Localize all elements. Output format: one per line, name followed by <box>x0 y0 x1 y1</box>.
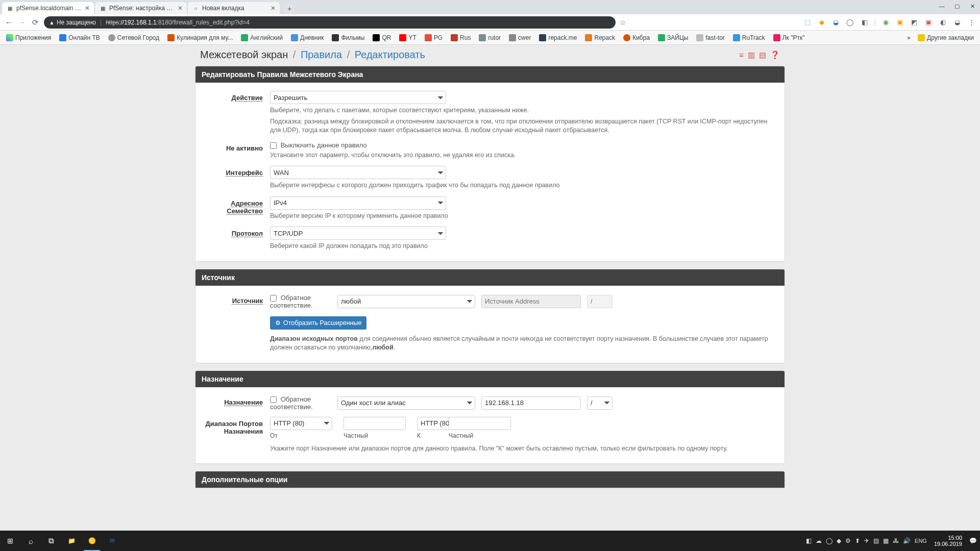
help-protocol: Веберите какой IP должен попадать под эт… <box>270 242 776 251</box>
close-button[interactable]: ✕ <box>965 0 980 12</box>
overflow-icon[interactable]: » <box>905 34 913 41</box>
tray-icon[interactable]: ▦ <box>883 537 889 544</box>
dest-address-input[interactable] <box>481 396 581 410</box>
avatar-icon[interactable]: ◒ <box>952 18 962 27</box>
menu-icon[interactable]: ⋮ <box>967 18 976 27</box>
bookmark-item[interactable]: Repack <box>582 33 618 42</box>
ext-icon[interactable]: ◯ <box>846 18 855 27</box>
bookmark-item[interactable]: RuTrack <box>730 33 768 42</box>
notifications-icon[interactable]: 💬 <box>969 537 977 544</box>
ext-icon[interactable]: ◒ <box>831 18 841 27</box>
ext-icon[interactable]: ▣ <box>924 18 933 27</box>
address-bar[interactable]: ▲ Не защищено | https://192.168.1.1:8180… <box>44 16 616 29</box>
source-invert-checkbox[interactable] <box>270 295 277 302</box>
bookmark-item[interactable]: rutor <box>476 33 504 42</box>
tray-icon[interactable]: ⚙ <box>845 537 851 544</box>
ext-icon[interactable]: ▣ <box>895 18 904 27</box>
source-invert-label[interactable]: Обратное соответствие. <box>270 294 331 309</box>
tab-2[interactable]: ▦ PfSense: настройка межсетево… ✕ <box>95 2 187 14</box>
bookmark-item[interactable]: Фильмы <box>329 33 368 42</box>
tray-icon[interactable]: ◯ <box>826 537 832 544</box>
ext-icon[interactable]: ◉ <box>881 18 890 27</box>
forward-button[interactable]: → <box>17 18 27 27</box>
bookmarks-bar: Приложения Онлайн ТВ Сетевой Город Кулин… <box>0 31 980 45</box>
ext-icon[interactable]: ◐ <box>938 18 947 27</box>
other-bookmarks[interactable]: Другие закладки <box>915 33 977 42</box>
bookmark-item[interactable]: Сетевой Город <box>105 33 162 42</box>
search-button[interactable]: ⌕ <box>20 531 41 551</box>
bookmark-item[interactable]: fast-tor <box>693 33 727 42</box>
action-select[interactable]: Разрешить <box>270 91 446 104</box>
dport-from-select[interactable]: HTTP (80) <box>270 417 332 430</box>
bookmark-item[interactable]: Онлайн ТВ <box>56 33 103 42</box>
tab-3[interactable]: ○ Новая вкладка ✕ <box>188 2 280 14</box>
bookmark-star-icon[interactable]: ☆ <box>620 18 626 27</box>
source-mask-select[interactable]: / <box>587 295 612 308</box>
language-indicator[interactable]: ENG <box>915 538 927 544</box>
new-tab-button[interactable]: + <box>284 3 295 14</box>
tray-icon[interactable]: ▤ <box>873 537 879 544</box>
dest-invert-label[interactable]: Обратное соответствие. <box>270 395 331 411</box>
taskbar-clock[interactable]: 15:00 19.06.2019 <box>931 535 965 547</box>
bookmark-item[interactable]: Кулинария для му... <box>164 33 236 42</box>
tray-icon[interactable]: ◧ <box>806 537 812 544</box>
dropbox-ext-icon[interactable]: ⬚ <box>803 18 812 27</box>
tray-icon[interactable]: ⬆ <box>855 537 860 544</box>
apps-button[interactable]: Приложения <box>3 33 54 42</box>
start-button[interactable]: ⊞ <box>0 531 20 551</box>
tray-icon[interactable]: ☁ <box>816 537 822 544</box>
ext-icon[interactable]: ◩ <box>910 18 919 27</box>
reload-button[interactable]: ⟳ <box>31 18 40 27</box>
dport-custom-to-input[interactable] <box>449 417 511 430</box>
help-action2: Подсказка: разница между блокировкой и о… <box>270 117 776 135</box>
ext-icon[interactable]: ◧ <box>860 18 869 27</box>
disabled-checkbox-label[interactable]: Выключить данное правило <box>270 141 367 149</box>
taskview-button[interactable]: ⧉ <box>41 531 61 551</box>
chrome-app[interactable]: 🟡 <box>82 531 102 551</box>
tray-icon[interactable]: ◆ <box>837 537 841 544</box>
bookmark-item[interactable]: repack.me <box>536 33 580 42</box>
ext-icon[interactable]: ◆ <box>817 18 826 27</box>
disabled-checkbox[interactable] <box>270 142 277 149</box>
dest-type-select[interactable]: Один хост или алиас <box>337 396 475 410</box>
tray-icon[interactable]: ✈ <box>864 537 869 544</box>
bookmark-item[interactable]: Лк "Ртк" <box>770 33 808 42</box>
dest-mask-select[interactable]: / <box>587 396 612 410</box>
back-button[interactable]: ← <box>4 18 13 27</box>
bookmark-item[interactable]: cwer <box>506 33 534 42</box>
close-icon[interactable]: ✕ <box>178 5 183 12</box>
dest-invert-checkbox[interactable] <box>270 396 277 403</box>
page-viewport[interactable]: Межсетевой экран / Правила / Редактирова… <box>0 45 980 531</box>
close-icon[interactable]: ✕ <box>271 5 276 12</box>
source-type-select[interactable]: любой <box>337 295 475 308</box>
bookmark-item[interactable]: Rus <box>448 33 474 42</box>
breadcrumb-link-edit[interactable]: Редактировать <box>355 49 425 60</box>
show-advanced-button[interactable]: ⚙ Отобразить Расширенные <box>270 316 366 330</box>
source-address-input[interactable] <box>481 295 581 308</box>
maximize-button[interactable]: ▢ <box>949 0 965 12</box>
protocol-select[interactable]: TCP/UDP <box>270 227 446 240</box>
interface-select[interactable]: WAN <box>270 166 446 179</box>
security-indicator[interactable]: ▲ Не защищено <box>49 19 96 26</box>
tab-1[interactable]: ▦ pfSense.localdomain - Межсете… ✕ <box>2 2 94 14</box>
bookmark-item[interactable]: ЗАЙЦы <box>655 33 691 42</box>
minimize-button[interactable]: — <box>934 0 949 12</box>
address-family-select[interactable]: IPv4 <box>270 196 446 210</box>
explorer-app[interactable]: 📁 <box>61 531 82 551</box>
dport-custom-from-input[interactable] <box>344 417 406 430</box>
stats-icon[interactable]: ▥ <box>748 51 755 60</box>
help-icon[interactable]: ❓ <box>770 51 780 60</box>
settings-icon[interactable]: ≡ <box>739 51 744 60</box>
bookmark-item[interactable]: YT <box>396 33 419 42</box>
bookmark-item[interactable]: Дневник <box>288 33 327 42</box>
bookmark-item[interactable]: QR <box>370 33 394 42</box>
bookmark-item[interactable]: PG <box>422 33 446 42</box>
breadcrumb-link-rules[interactable]: Правила <box>301 49 342 60</box>
network-icon[interactable]: 🖧 <box>893 537 899 544</box>
volume-icon[interactable]: 🔊 <box>903 537 911 544</box>
log-icon[interactable]: ▤ <box>759 51 766 60</box>
bookmark-item[interactable]: Кибра <box>620 33 653 42</box>
close-icon[interactable]: ✕ <box>85 5 90 12</box>
outlook-app[interactable]: ✉ <box>102 531 122 551</box>
bookmark-item[interactable]: Английский <box>238 33 286 42</box>
